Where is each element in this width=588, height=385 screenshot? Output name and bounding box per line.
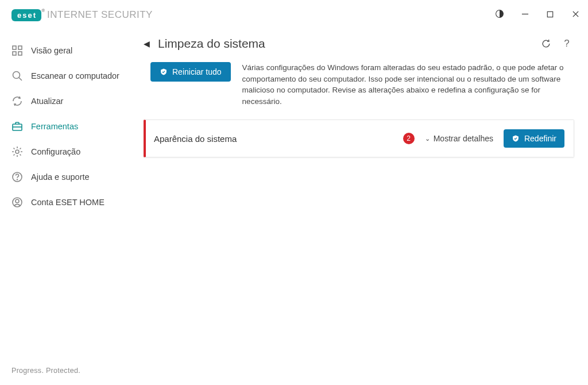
brand: eset ® INTERNET SECURITY [11, 9, 153, 21]
sidebar-item-overview[interactable]: Visão geral [0, 38, 138, 63]
svg-rect-6 [18, 46, 22, 49]
button-label: Reiniciar tudo [172, 67, 222, 76]
svg-point-17 [16, 199, 19, 203]
svg-line-10 [19, 78, 22, 80]
cleanup-card-system-appearance: Aparência do sistema 2 ⌄ Mostrar detalhe… [144, 120, 574, 157]
logo-text: eset [17, 11, 37, 20]
sidebar-item-account[interactable]: Conta ESET HOME [0, 190, 138, 215]
sidebar-item-scan[interactable]: Escanear o computador [0, 63, 138, 88]
footer-tagline: Progress. Protected. [11, 367, 80, 375]
refresh-icon [11, 95, 23, 107]
svg-point-13 [16, 150, 19, 153]
sidebar-item-label: Atualizar [31, 97, 63, 106]
registered-mark: ® [41, 8, 46, 13]
sidebar-item-setup[interactable]: Configuração [0, 139, 138, 164]
sidebar-item-label: Ajuda e suporte [31, 172, 90, 182]
sidebar-item-label: Visão geral [31, 46, 72, 55]
help-icon [11, 171, 23, 183]
page-title: Limpeza do sistema [158, 37, 265, 51]
svg-rect-7 [13, 52, 16, 55]
shield-icon [512, 134, 520, 143]
sidebar-item-tools[interactable]: Ferramentas [0, 114, 138, 139]
refresh-page-icon[interactable] [541, 38, 551, 49]
briefcase-icon [11, 121, 23, 132]
maximize-button[interactable] [544, 10, 556, 20]
details-label: Mostrar detalhes [434, 134, 493, 143]
window-controls [494, 9, 581, 21]
reset-all-button[interactable]: Reiniciar tudo [150, 62, 231, 82]
description-row: Reiniciar tudo Várias configurações do W… [144, 62, 574, 107]
svg-rect-8 [18, 52, 22, 55]
sidebar-item-update[interactable]: Atualizar [0, 88, 138, 114]
shield-icon [160, 68, 168, 76]
count-badge: 2 [403, 133, 415, 144]
content-area: ◀ Limpeza do sistema ? Reiniciar tudo Vá… [138, 30, 588, 357]
sidebar-item-label: Configuração [31, 147, 80, 156]
button-label: Redefinir [524, 134, 556, 143]
sidebar-item-label: Conta ESET HOME [31, 198, 105, 207]
svg-rect-2 [547, 11, 552, 17]
product-name: INTERNET SECURITY [47, 9, 153, 21]
gear-icon [11, 146, 23, 157]
minimize-button[interactable] [519, 10, 531, 20]
help-page-icon[interactable]: ? [562, 38, 572, 49]
sidebar: Visão geral Escanear o computador Atuali… [0, 30, 138, 357]
contrast-icon[interactable] [494, 9, 505, 21]
card-title: Aparência do sistema [154, 134, 237, 144]
chevron-down-icon: ⌄ [425, 135, 430, 143]
svg-point-15 [17, 179, 18, 180]
show-details-toggle[interactable]: ⌄ Mostrar detalhes [425, 134, 493, 143]
title-bar: eset ® INTERNET SECURITY [0, 0, 588, 30]
user-icon [11, 197, 23, 208]
sidebar-item-label: Ferramentas [31, 122, 78, 131]
svg-rect-5 [13, 46, 16, 49]
sidebar-item-label: Escanear o computador [31, 71, 119, 80]
sidebar-item-help[interactable]: Ajuda e suporte [0, 164, 138, 190]
grid-icon [11, 45, 23, 56]
page-description: Várias configurações do Windows foram al… [242, 62, 574, 107]
svg-point-9 [13, 72, 20, 79]
back-button[interactable]: ◀ [144, 39, 150, 48]
page-header: ◀ Limpeza do sistema ? [144, 37, 574, 51]
logo-badge: eset ® [11, 9, 41, 21]
search-icon [11, 70, 23, 82]
close-button[interactable] [570, 10, 581, 20]
reset-button[interactable]: Redefinir [504, 129, 564, 148]
